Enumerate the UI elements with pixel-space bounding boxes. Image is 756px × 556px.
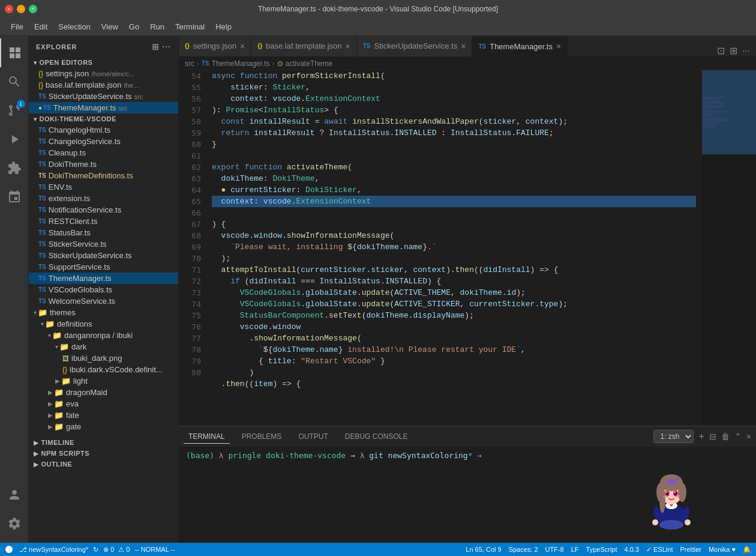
file-statusbar[interactable]: TS StatusBar.ts [29, 227, 178, 238]
new-file-icon[interactable]: ⊞ [152, 42, 160, 52]
prettier-indicator[interactable]: Prettier [680, 546, 701, 553]
project-section[interactable]: ▾ DOKI-THEME-VSCODE [29, 113, 178, 124]
layout-button[interactable]: ⊞ [730, 45, 737, 56]
activity-search[interactable] [0, 67, 29, 96]
add-terminal-button[interactable]: + [698, 431, 704, 442]
folder-name: fate [66, 411, 79, 420]
activity-run[interactable] [0, 125, 29, 154]
menu-edit[interactable]: Edit [29, 20, 52, 34]
menu-view[interactable]: View [97, 20, 123, 34]
activity-extensions[interactable] [0, 154, 29, 183]
activity-source-control[interactable]: 1 [0, 96, 29, 125]
branch-indicator[interactable]: ⎇ newSyntaxColoring* [19, 546, 88, 554]
menu-run[interactable]: Run [145, 20, 169, 34]
terminal-tab-terminal[interactable]: TERMINAL [184, 430, 230, 444]
terminal-tab-debug[interactable]: DEBUG CONSOLE [340, 430, 413, 443]
timeline-section[interactable]: ▶ TIMELINE [29, 437, 178, 448]
tab-close-button[interactable]: × [556, 41, 561, 51]
minimize-window-button[interactable]: − [17, 5, 25, 13]
cursor-position[interactable]: Ln 65, Col 9 [466, 546, 501, 553]
folder-danganronpa[interactable]: ▾ 📁 danganronpa / ibuki [29, 330, 178, 341]
folder-dragonmaid[interactable]: ▶ 📁 dragonMaid [29, 387, 178, 398]
eslint-indicator[interactable]: ✓ ESLint [646, 546, 673, 554]
close-window-button[interactable]: × [5, 5, 13, 13]
file-support[interactable]: TS SupportService.ts [29, 261, 178, 273]
file-ibuki-dark-json[interactable]: {} ibuki.dark.vSCode.definit... [29, 364, 178, 375]
activity-remote[interactable] [0, 183, 29, 211]
code-content[interactable]: async function performStickerInstall( st… [206, 70, 702, 426]
menu-selection[interactable]: Selection [53, 20, 95, 34]
maximize-window-button[interactable]: + [29, 5, 37, 13]
split-editor-button[interactable]: ⊡ [717, 45, 725, 56]
spaces-indicator[interactable]: Spaces: 2 [509, 546, 538, 553]
tab-settings-json[interactable]: {} settings.json × [179, 36, 251, 56]
notification-bell[interactable]: 🔔 [743, 546, 751, 554]
tab-close-button[interactable]: × [240, 41, 245, 51]
eol-indicator[interactable]: LF [571, 546, 579, 553]
tab-base-laf[interactable]: {} base.laf.template.json × [251, 36, 356, 56]
terminal-tab-problems[interactable]: PROBLEMS [237, 430, 287, 443]
tab-sticker-update[interactable]: TS StickerUpdateService.ts × [357, 36, 473, 56]
more-actions-button[interactable]: ··· [742, 46, 750, 56]
tab-ts-icon: TS [363, 43, 371, 49]
breadcrumb-src[interactable]: src [185, 59, 194, 68]
menu-file[interactable]: File [6, 20, 28, 34]
terminal-content[interactable]: (base) λ pringle doki-theme-vscode → λ g… [179, 447, 756, 543]
file-ibuki-dark-png[interactable]: 🖼 ibuki_dark.png [29, 352, 178, 364]
more-actions-icon[interactable]: ··· [162, 42, 171, 52]
language-indicator[interactable]: TypeScript [586, 546, 617, 553]
file-changelog-html[interactable]: TS ChangelogHtml.ts [29, 124, 178, 136]
file-extension[interactable]: TS extension.ts [29, 193, 178, 204]
folder-gate[interactable]: ▶ 📁 gate [29, 421, 178, 432]
activity-explorer[interactable] [0, 38, 29, 67]
file-vscodeglobals[interactable]: TS VSCodeGlobals.ts [29, 284, 178, 295]
file-rest[interactable]: TS RESTClient.ts [29, 216, 178, 227]
file-doki-theme-def[interactable]: TS DokiThemeDefinitions.ts [29, 170, 178, 181]
terminal-tab-output[interactable]: OUTPUT [293, 430, 332, 443]
activity-settings[interactable] [0, 509, 29, 538]
open-editor-base-laf[interactable]: {} base.laf.template.json the... [29, 79, 178, 91]
shell-selector[interactable]: 1: zsh [653, 430, 694, 443]
remote-indicator[interactable] [5, 545, 14, 554]
outline-section[interactable]: ▶ OUTLINE [29, 459, 178, 470]
close-terminal-button[interactable]: × [746, 432, 751, 441]
file-env[interactable]: TS ENV.ts [29, 181, 178, 193]
open-editor-settings-json[interactable]: {} settings.json /home/alex/c... [29, 68, 178, 79]
encoding-indicator[interactable]: UTF-8 [545, 546, 564, 553]
tab-close-button[interactable]: × [461, 41, 466, 51]
folder-dark[interactable]: ▾ 📁 dark [29, 341, 178, 352]
menu-help[interactable]: Help [211, 20, 236, 34]
folder-fate[interactable]: ▶ 📁 fate [29, 409, 178, 421]
folder-eva[interactable]: ▶ 📁 eva [29, 398, 178, 409]
file-sticker-update[interactable]: TS StickerUpdateService.ts [29, 250, 178, 261]
delete-terminal-button[interactable]: 🗑 [721, 432, 730, 441]
tab-close-button[interactable]: × [346, 41, 350, 51]
errors-indicator[interactable]: ⊗ 0 ⚠ 0 [103, 546, 130, 554]
breadcrumb-function[interactable]: activateTheme [286, 59, 333, 68]
maximize-terminal-button[interactable]: ⌃ [734, 432, 742, 441]
code-editor[interactable]: 54 55 56 57 58 59 60 61 62 63 64 65 66 6… [179, 70, 756, 426]
sync-button[interactable]: ↻ [93, 546, 98, 554]
open-editors-section[interactable]: ▾ OPEN EDITORS [29, 57, 178, 68]
npm-scripts-section[interactable]: ▶ NPM SCRIPTS [29, 448, 178, 459]
file-theme-manager[interactable]: TS ThemeManager.ts [29, 273, 178, 284]
file-cleanup[interactable]: TS Cleanup.ts [29, 147, 178, 159]
ts-version[interactable]: 4.0.3 [625, 546, 639, 553]
file-welcome[interactable]: TS WelcomeService.ts [29, 295, 178, 307]
open-editor-theme-manager[interactable]: ● TS ThemeManager.ts src [29, 102, 178, 113]
file-changelog-service[interactable]: TS ChangelogService.ts [29, 136, 178, 147]
menu-go[interactable]: Go [124, 20, 144, 34]
folder-light[interactable]: ▶ 📁 light [29, 375, 178, 387]
activity-accounts[interactable] [0, 480, 29, 509]
file-doki-theme[interactable]: TS DokiTheme.ts [29, 159, 178, 170]
monika-indicator[interactable]: Monika ♥ [709, 546, 736, 553]
open-editor-sticker-service[interactable]: TS StickerUpdateService.ts src [29, 91, 178, 102]
folder-definitions[interactable]: ▾ 📁 definitions [29, 318, 178, 330]
split-terminal-button[interactable]: ⊟ [709, 432, 716, 441]
file-sticker-service[interactable]: TS StickerService.ts [29, 238, 178, 250]
breadcrumb-filename[interactable]: ThemeManager.ts [212, 59, 270, 68]
folder-themes[interactable]: ▾ 📁 themes [29, 307, 178, 318]
tab-theme-manager[interactable]: TS ThemeManager.ts × [472, 36, 568, 56]
menu-terminal[interactable]: Terminal [170, 20, 209, 34]
file-notification[interactable]: TS NotificationService.ts [29, 204, 178, 216]
